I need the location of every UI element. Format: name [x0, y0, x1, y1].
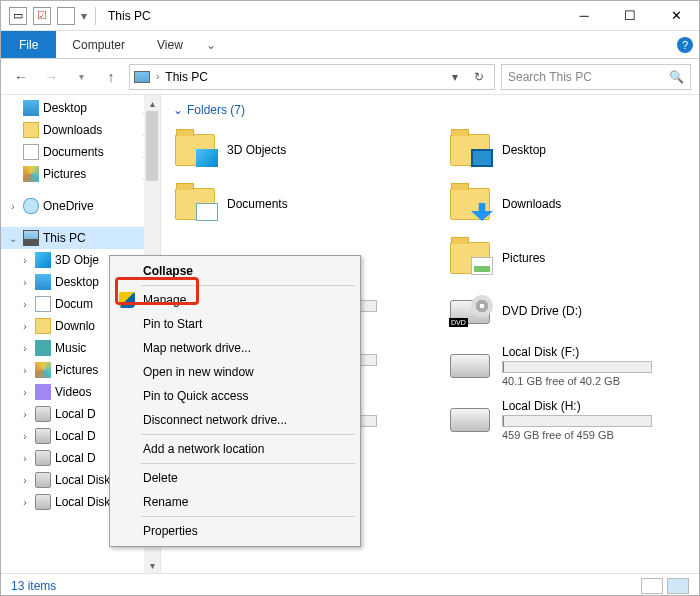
down-icon — [23, 122, 39, 138]
drive-local-disk-f-[interactable]: Local Disk (F:)40.1 GB free of 40.2 GB — [444, 341, 699, 391]
navigation-bar: ← → ▾ ↑ › This PC ▾ ↻ Search This PC 🔍 — [1, 59, 699, 95]
forward-button[interactable]: → — [39, 69, 63, 85]
desktop-icon — [23, 100, 39, 116]
menu-item-label: Pin to Start — [143, 317, 202, 331]
qat-dropdown-icon[interactable]: ▾ — [81, 9, 87, 23]
drive-local-disk-h-[interactable]: Local Disk (H:)459 GB free of 459 GB — [444, 395, 699, 445]
separator — [95, 7, 96, 25]
view-details-button[interactable] — [641, 578, 663, 594]
doc-icon — [35, 296, 51, 312]
sidebar-label: Pictures — [43, 167, 86, 181]
maximize-button[interactable]: ☐ — [607, 1, 653, 31]
search-box[interactable]: Search This PC 🔍 — [501, 64, 691, 90]
sidebar-item-downloads[interactable]: Downloads📌 — [1, 119, 160, 141]
sidebar-label: Local D — [55, 407, 96, 421]
minimize-button[interactable]: ─ — [561, 1, 607, 31]
folder-3d-objects[interactable]: 3D Objects — [169, 125, 424, 175]
menu-item-label: Properties — [143, 524, 198, 538]
menu-item-manage[interactable]: Manage — [113, 288, 357, 312]
menu-item-label: Rename — [143, 495, 188, 509]
capacity-bar — [502, 415, 652, 427]
drive-icon — [448, 348, 492, 384]
menu-item-map-network-drive-[interactable]: Map network drive... — [113, 336, 357, 360]
down-icon — [35, 318, 51, 334]
folder-label: 3D Objects — [227, 143, 286, 157]
refresh-button[interactable]: ↻ — [468, 70, 490, 84]
drive-label: DVD Drive (D:) — [502, 304, 582, 318]
window-controls: ─ ☐ ✕ — [561, 1, 699, 31]
status-bar: 13 items — [1, 573, 699, 596]
menu-item-add-a-network-location[interactable]: Add a network location — [113, 437, 357, 461]
sidebar-item-documents[interactable]: Documents📌 — [1, 141, 160, 163]
folder-icon — [173, 130, 217, 170]
menu-item-label: Disconnect network drive... — [143, 413, 287, 427]
menu-item-properties[interactable]: Properties — [113, 519, 357, 543]
sidebar-label: Desktop — [55, 275, 99, 289]
folder-downloads[interactable]: Downloads — [444, 179, 699, 229]
up-button[interactable]: ↑ — [99, 69, 123, 85]
tab-computer[interactable]: Computer — [56, 31, 141, 58]
menu-item-rename[interactable]: Rename — [113, 490, 357, 514]
folder-label: Documents — [227, 197, 288, 211]
onedrive-icon — [23, 198, 39, 214]
shield-icon — [119, 292, 135, 308]
menu-item-pin-to-start[interactable]: Pin to Start — [113, 312, 357, 336]
folder-documents[interactable]: Documents — [169, 179, 424, 229]
sidebar-item-desktop[interactable]: Desktop📌 — [1, 97, 160, 119]
back-button[interactable]: ← — [9, 69, 33, 85]
folder-label: Desktop — [502, 143, 546, 157]
menu-item-delete[interactable]: Delete — [113, 466, 357, 490]
address-bar[interactable]: › This PC ▾ ↻ — [129, 64, 495, 90]
3d-icon — [35, 252, 51, 268]
drive-label: Local Disk (F:) — [502, 345, 652, 359]
menu-item-open-in-new-window[interactable]: Open in new window — [113, 360, 357, 384]
qat-newfolder-icon[interactable] — [57, 7, 75, 25]
capacity-bar — [502, 361, 652, 373]
sidebar-item-this-pc[interactable]: ⌄This PC — [1, 227, 160, 249]
folders-group-header[interactable]: ⌄Folders (7) — [173, 103, 699, 117]
sidebar-item-onedrive[interactable]: ›OneDrive — [1, 195, 160, 217]
menu-item-pin-to-quick-access[interactable]: Pin to Quick access — [113, 384, 357, 408]
folder-pictures[interactable]: Pictures — [444, 233, 699, 283]
pic-icon — [35, 362, 51, 378]
help-button[interactable]: ? — [671, 31, 699, 58]
disk-icon — [35, 406, 51, 422]
sidebar-label: 3D Obje — [55, 253, 99, 267]
recent-dropdown[interactable]: ▾ — [69, 71, 93, 82]
menu-item-label: Manage — [143, 293, 186, 307]
sidebar-item-pictures[interactable]: Pictures📌 — [1, 163, 160, 185]
file-tab[interactable]: File — [1, 31, 56, 58]
scroll-thumb[interactable] — [146, 111, 158, 181]
folder-desktop[interactable]: Desktop — [444, 125, 699, 175]
disk-icon — [35, 472, 51, 488]
menu-item-disconnect-network-drive-[interactable]: Disconnect network drive... — [113, 408, 357, 432]
tab-view[interactable]: View — [141, 31, 199, 58]
sidebar-label: Local D — [55, 451, 96, 465]
qat-properties-icon[interactable]: ☑ — [33, 7, 51, 25]
disk-icon — [35, 494, 51, 510]
folder-label: Pictures — [502, 251, 545, 265]
sidebar-label: Music — [55, 341, 86, 355]
sidebar-label: Desktop — [43, 101, 87, 115]
address-dropdown-icon[interactable]: ▾ — [448, 70, 462, 84]
chevron-right-icon[interactable]: › — [156, 71, 159, 82]
view-large-button[interactable] — [667, 578, 689, 594]
sidebar-label: Docum — [55, 297, 93, 311]
folder-icon — [448, 130, 492, 170]
scroll-down-icon[interactable]: ▾ — [144, 557, 160, 573]
context-menu: CollapseManagePin to StartMap network dr… — [109, 255, 361, 547]
sidebar-label: Downloads — [43, 123, 102, 137]
menu-separator — [141, 516, 355, 517]
pc-icon: ▭ — [9, 7, 27, 25]
sidebar-label: Videos — [55, 385, 91, 399]
search-placeholder: Search This PC — [508, 70, 592, 84]
close-button[interactable]: ✕ — [653, 1, 699, 31]
menu-item-collapse[interactable]: Collapse — [113, 259, 357, 283]
ribbon-bar: File Computer View ⌄ ? — [1, 31, 699, 59]
drive-label: Local Disk (H:) — [502, 399, 652, 413]
drive-freespace: 459 GB free of 459 GB — [502, 429, 652, 441]
ribbon-expand-icon[interactable]: ⌄ — [199, 31, 223, 58]
scroll-up-icon[interactable]: ▴ — [144, 95, 160, 111]
drive-dvd-drive-d-[interactable]: DVDDVD Drive (D:) — [444, 287, 699, 337]
window-title: This PC — [108, 9, 151, 23]
